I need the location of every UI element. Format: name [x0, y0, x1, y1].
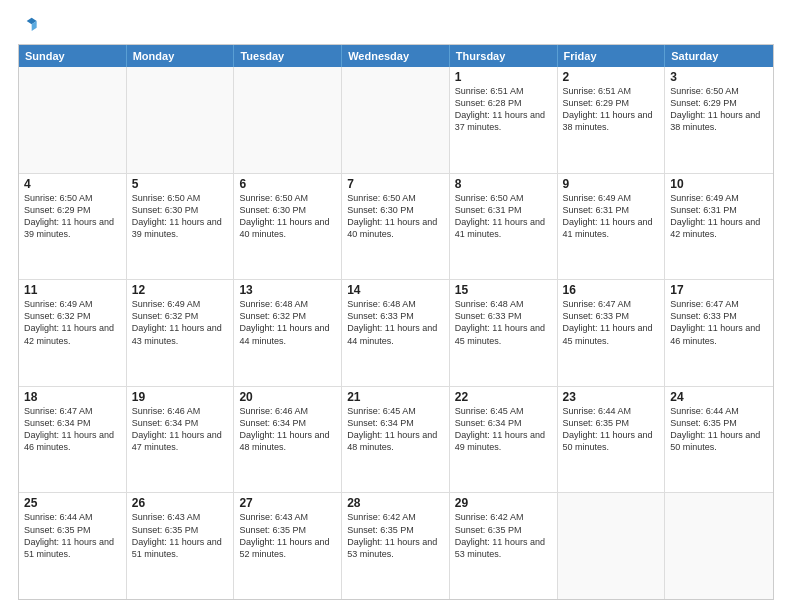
weekday-header: Wednesday — [342, 45, 450, 67]
day-info: Sunrise: 6:43 AM Sunset: 6:35 PM Dayligh… — [132, 511, 229, 560]
day-number: 2 — [563, 70, 660, 84]
day-number: 9 — [563, 177, 660, 191]
calendar-cell: 8Sunrise: 6:50 AM Sunset: 6:31 PM Daylig… — [450, 174, 558, 280]
logo — [18, 16, 40, 36]
calendar-cell: 26Sunrise: 6:43 AM Sunset: 6:35 PM Dayli… — [127, 493, 235, 599]
day-number: 18 — [24, 390, 121, 404]
calendar-cell: 29Sunrise: 6:42 AM Sunset: 6:35 PM Dayli… — [450, 493, 558, 599]
weekday-header: Sunday — [19, 45, 127, 67]
day-number: 13 — [239, 283, 336, 297]
day-info: Sunrise: 6:50 AM Sunset: 6:31 PM Dayligh… — [455, 192, 552, 241]
day-number: 26 — [132, 496, 229, 510]
day-number: 28 — [347, 496, 444, 510]
calendar-row: 25Sunrise: 6:44 AM Sunset: 6:35 PM Dayli… — [19, 492, 773, 599]
day-info: Sunrise: 6:46 AM Sunset: 6:34 PM Dayligh… — [132, 405, 229, 454]
day-info: Sunrise: 6:47 AM Sunset: 6:34 PM Dayligh… — [24, 405, 121, 454]
calendar-cell: 18Sunrise: 6:47 AM Sunset: 6:34 PM Dayli… — [19, 387, 127, 493]
day-number: 10 — [670, 177, 768, 191]
calendar-cell: 28Sunrise: 6:42 AM Sunset: 6:35 PM Dayli… — [342, 493, 450, 599]
calendar: SundayMondayTuesdayWednesdayThursdayFrid… — [18, 44, 774, 600]
day-info: Sunrise: 6:45 AM Sunset: 6:34 PM Dayligh… — [347, 405, 444, 454]
day-number: 5 — [132, 177, 229, 191]
day-info: Sunrise: 6:51 AM Sunset: 6:28 PM Dayligh… — [455, 85, 552, 134]
calendar-cell: 12Sunrise: 6:49 AM Sunset: 6:32 PM Dayli… — [127, 280, 235, 386]
day-info: Sunrise: 6:42 AM Sunset: 6:35 PM Dayligh… — [455, 511, 552, 560]
calendar-cell: 20Sunrise: 6:46 AM Sunset: 6:34 PM Dayli… — [234, 387, 342, 493]
calendar-cell: 22Sunrise: 6:45 AM Sunset: 6:34 PM Dayli… — [450, 387, 558, 493]
calendar-row: 4Sunrise: 6:50 AM Sunset: 6:29 PM Daylig… — [19, 173, 773, 280]
day-info: Sunrise: 6:46 AM Sunset: 6:34 PM Dayligh… — [239, 405, 336, 454]
day-number: 22 — [455, 390, 552, 404]
day-info: Sunrise: 6:47 AM Sunset: 6:33 PM Dayligh… — [670, 298, 768, 347]
day-number: 17 — [670, 283, 768, 297]
calendar-cell: 15Sunrise: 6:48 AM Sunset: 6:33 PM Dayli… — [450, 280, 558, 386]
day-info: Sunrise: 6:48 AM Sunset: 6:33 PM Dayligh… — [347, 298, 444, 347]
day-number: 1 — [455, 70, 552, 84]
day-number: 23 — [563, 390, 660, 404]
calendar-cell: 16Sunrise: 6:47 AM Sunset: 6:33 PM Dayli… — [558, 280, 666, 386]
day-number: 20 — [239, 390, 336, 404]
day-number: 27 — [239, 496, 336, 510]
day-info: Sunrise: 6:50 AM Sunset: 6:30 PM Dayligh… — [132, 192, 229, 241]
day-number: 19 — [132, 390, 229, 404]
logo-icon — [20, 16, 40, 36]
day-info: Sunrise: 6:49 AM Sunset: 6:31 PM Dayligh… — [563, 192, 660, 241]
calendar-cell — [558, 493, 666, 599]
weekday-header: Friday — [558, 45, 666, 67]
day-number: 12 — [132, 283, 229, 297]
day-info: Sunrise: 6:50 AM Sunset: 6:30 PM Dayligh… — [239, 192, 336, 241]
calendar-cell: 24Sunrise: 6:44 AM Sunset: 6:35 PM Dayli… — [665, 387, 773, 493]
calendar-cell — [234, 67, 342, 173]
day-number: 16 — [563, 283, 660, 297]
weekday-header: Monday — [127, 45, 235, 67]
calendar-cell — [19, 67, 127, 173]
day-info: Sunrise: 6:49 AM Sunset: 6:32 PM Dayligh… — [24, 298, 121, 347]
weekday-header: Thursday — [450, 45, 558, 67]
day-info: Sunrise: 6:45 AM Sunset: 6:34 PM Dayligh… — [455, 405, 552, 454]
calendar-cell: 2Sunrise: 6:51 AM Sunset: 6:29 PM Daylig… — [558, 67, 666, 173]
weekday-header: Saturday — [665, 45, 773, 67]
day-number: 25 — [24, 496, 121, 510]
day-number: 7 — [347, 177, 444, 191]
calendar-cell: 4Sunrise: 6:50 AM Sunset: 6:29 PM Daylig… — [19, 174, 127, 280]
calendar-cell — [127, 67, 235, 173]
day-info: Sunrise: 6:43 AM Sunset: 6:35 PM Dayligh… — [239, 511, 336, 560]
calendar-cell: 21Sunrise: 6:45 AM Sunset: 6:34 PM Dayli… — [342, 387, 450, 493]
calendar-cell: 3Sunrise: 6:50 AM Sunset: 6:29 PM Daylig… — [665, 67, 773, 173]
day-number: 3 — [670, 70, 768, 84]
day-number: 24 — [670, 390, 768, 404]
day-number: 15 — [455, 283, 552, 297]
calendar-cell: 13Sunrise: 6:48 AM Sunset: 6:32 PM Dayli… — [234, 280, 342, 386]
day-info: Sunrise: 6:48 AM Sunset: 6:32 PM Dayligh… — [239, 298, 336, 347]
day-number: 14 — [347, 283, 444, 297]
calendar-cell: 23Sunrise: 6:44 AM Sunset: 6:35 PM Dayli… — [558, 387, 666, 493]
calendar-row: 18Sunrise: 6:47 AM Sunset: 6:34 PM Dayli… — [19, 386, 773, 493]
calendar-cell: 27Sunrise: 6:43 AM Sunset: 6:35 PM Dayli… — [234, 493, 342, 599]
calendar-row: 11Sunrise: 6:49 AM Sunset: 6:32 PM Dayli… — [19, 279, 773, 386]
calendar-cell: 1Sunrise: 6:51 AM Sunset: 6:28 PM Daylig… — [450, 67, 558, 173]
day-info: Sunrise: 6:44 AM Sunset: 6:35 PM Dayligh… — [563, 405, 660, 454]
day-info: Sunrise: 6:51 AM Sunset: 6:29 PM Dayligh… — [563, 85, 660, 134]
calendar-cell: 9Sunrise: 6:49 AM Sunset: 6:31 PM Daylig… — [558, 174, 666, 280]
day-info: Sunrise: 6:44 AM Sunset: 6:35 PM Dayligh… — [24, 511, 121, 560]
page: SundayMondayTuesdayWednesdayThursdayFrid… — [0, 0, 792, 612]
calendar-body: 1Sunrise: 6:51 AM Sunset: 6:28 PM Daylig… — [19, 67, 773, 599]
calendar-cell: 5Sunrise: 6:50 AM Sunset: 6:30 PM Daylig… — [127, 174, 235, 280]
calendar-cell: 17Sunrise: 6:47 AM Sunset: 6:33 PM Dayli… — [665, 280, 773, 386]
day-info: Sunrise: 6:48 AM Sunset: 6:33 PM Dayligh… — [455, 298, 552, 347]
day-info: Sunrise: 6:49 AM Sunset: 6:31 PM Dayligh… — [670, 192, 768, 241]
calendar-cell: 10Sunrise: 6:49 AM Sunset: 6:31 PM Dayli… — [665, 174, 773, 280]
calendar-cell: 19Sunrise: 6:46 AM Sunset: 6:34 PM Dayli… — [127, 387, 235, 493]
calendar-cell: 7Sunrise: 6:50 AM Sunset: 6:30 PM Daylig… — [342, 174, 450, 280]
header — [18, 16, 774, 36]
calendar-cell: 11Sunrise: 6:49 AM Sunset: 6:32 PM Dayli… — [19, 280, 127, 386]
calendar-header: SundayMondayTuesdayWednesdayThursdayFrid… — [19, 45, 773, 67]
calendar-cell: 6Sunrise: 6:50 AM Sunset: 6:30 PM Daylig… — [234, 174, 342, 280]
day-info: Sunrise: 6:50 AM Sunset: 6:29 PM Dayligh… — [670, 85, 768, 134]
day-info: Sunrise: 6:44 AM Sunset: 6:35 PM Dayligh… — [670, 405, 768, 454]
day-number: 6 — [239, 177, 336, 191]
day-number: 21 — [347, 390, 444, 404]
day-number: 29 — [455, 496, 552, 510]
day-info: Sunrise: 6:50 AM Sunset: 6:30 PM Dayligh… — [347, 192, 444, 241]
calendar-cell: 14Sunrise: 6:48 AM Sunset: 6:33 PM Dayli… — [342, 280, 450, 386]
